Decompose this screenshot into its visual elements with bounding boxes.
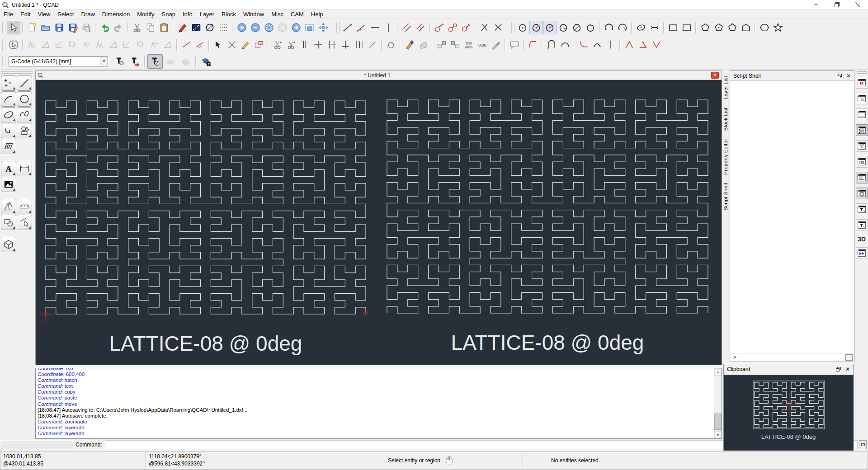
zoom-out-button[interactable] bbox=[249, 21, 262, 34]
select-contour-button[interactable] bbox=[52, 38, 66, 52]
menu-item-help[interactable]: Help bbox=[307, 10, 327, 19]
cross-lines-button[interactable] bbox=[491, 21, 505, 34]
menu-item-info[interactable]: Info bbox=[179, 10, 196, 19]
solid-3d-tools-button[interactable] bbox=[1, 237, 16, 252]
bisector-line-button[interactable] bbox=[478, 21, 491, 34]
dock-tab-property-editor[interactable]: Property Editor bbox=[723, 139, 728, 175]
rotate-entities-button[interactable] bbox=[239, 38, 252, 52]
ellipse-tools-button[interactable] bbox=[1, 107, 16, 122]
angle-tool-1-button[interactable] bbox=[623, 38, 636, 52]
close-button[interactable] bbox=[847, 0, 868, 9]
dock-cam-toolbar-1-icon[interactable]: 1 bbox=[856, 203, 868, 215]
fillet-round-button[interactable] bbox=[526, 38, 540, 52]
reverse-direction-button[interactable] bbox=[384, 38, 398, 52]
float-panel-icon[interactable] bbox=[837, 74, 842, 78]
auto-zoom-button[interactable] bbox=[262, 21, 276, 34]
minimize-button[interactable] bbox=[806, 0, 826, 9]
arc-tangent-button[interactable] bbox=[558, 38, 572, 52]
polyline-arc-segment-button[interactable] bbox=[577, 38, 590, 52]
window-zoom-button[interactable] bbox=[303, 21, 316, 34]
polyline-vertical-button[interactable] bbox=[604, 38, 618, 52]
rectangle-2-corners-button[interactable] bbox=[666, 21, 680, 34]
cam-simulate-button[interactable] bbox=[147, 54, 163, 69]
previous-view-button[interactable] bbox=[289, 21, 303, 34]
menu-item-modify[interactable]: Modify bbox=[133, 10, 158, 19]
select-tool-button[interactable] bbox=[7, 21, 20, 34]
circle-tools-button[interactable] bbox=[17, 91, 32, 107]
menu-item-window[interactable]: Window bbox=[240, 10, 268, 19]
select-block-entities-button[interactable] bbox=[161, 38, 175, 52]
print-preview-button[interactable] bbox=[80, 21, 93, 34]
menu-item-layer[interactable]: Layer bbox=[196, 10, 218, 19]
cam-configuration-button[interactable] bbox=[112, 54, 127, 69]
dock-command-history-icon[interactable] bbox=[856, 172, 868, 183]
menu-item-snap[interactable]: Snap bbox=[158, 10, 179, 19]
menu-item-edit[interactable]: Edit bbox=[17, 10, 34, 19]
draw-pencil-button[interactable] bbox=[176, 21, 189, 34]
circle-concentric-button[interactable] bbox=[584, 21, 597, 34]
image-tool-button[interactable] bbox=[1, 177, 16, 192]
select-connected-button[interactable] bbox=[120, 38, 134, 52]
arc-3-points-button[interactable] bbox=[616, 21, 629, 34]
dock-show-more-icon[interactable] bbox=[856, 247, 868, 259]
parallel-line-through-point-button[interactable] bbox=[414, 21, 427, 34]
measure-tools-button[interactable] bbox=[17, 199, 32, 214]
log-scrollbar[interactable]: ▲ ▼ bbox=[714, 368, 722, 438]
hatch-fill-button[interactable] bbox=[403, 38, 416, 52]
dock-block-list-icon[interactable] bbox=[856, 93, 868, 104]
limit-entity-button[interactable] bbox=[339, 38, 352, 52]
drawing-canvas[interactable]: LATTICE-08 @ 0degLATTICE-08 @ 0deg bbox=[36, 80, 722, 365]
menu-item-file[interactable]: File bbox=[0, 10, 17, 19]
edit-attributes-button[interactable] bbox=[462, 38, 476, 52]
dock-property-editor-icon[interactable] bbox=[856, 124, 868, 136]
menu-item-view[interactable]: View bbox=[34, 10, 54, 19]
menu-item-block[interactable]: Block bbox=[218, 10, 240, 19]
cam-nesting-text-button[interactable]: T bbox=[198, 54, 214, 69]
hexagon-button[interactable] bbox=[758, 21, 771, 34]
boolean-tools-button[interactable] bbox=[1, 215, 16, 230]
polygon-edge-button[interactable] bbox=[739, 21, 753, 34]
modify-tools-button[interactable] bbox=[17, 215, 32, 230]
star-shape-button[interactable] bbox=[771, 21, 785, 34]
point-tools-button[interactable] bbox=[1, 75, 16, 91]
scroll-up-icon[interactable]: ▲ bbox=[714, 368, 722, 376]
close-panel-icon[interactable]: ✕ bbox=[846, 74, 851, 78]
float-panel-icon[interactable] bbox=[836, 367, 841, 371]
menu-item-misc[interactable]: Misc bbox=[268, 10, 287, 19]
arc-concentric-button[interactable] bbox=[545, 38, 558, 52]
create-block-button[interactable] bbox=[448, 38, 462, 52]
circle-3-points-button[interactable] bbox=[543, 21, 557, 34]
menu-item-draw[interactable]: Draw bbox=[77, 10, 98, 19]
polygon-center-edge-button[interactable] bbox=[712, 21, 726, 34]
toolbar-handle[interactable] bbox=[336, 22, 340, 33]
line-angle-button[interactable] bbox=[354, 21, 368, 34]
ellipse-axes-button[interactable] bbox=[648, 21, 661, 34]
add-annotation-button[interactable] bbox=[508, 38, 521, 52]
explode-block-button[interactable] bbox=[435, 38, 448, 52]
auto-trim-button[interactable] bbox=[298, 38, 311, 52]
tangent-point-circle-button[interactable] bbox=[432, 21, 446, 34]
paste-button[interactable] bbox=[157, 21, 171, 34]
cam-profile-select[interactable]: G-Code (G41/G42) [mm] ▼ bbox=[9, 56, 108, 66]
spline-tools-button[interactable] bbox=[17, 107, 32, 122]
document-close-icon[interactable]: ✕ bbox=[711, 72, 719, 79]
rectangle-with-size-button[interactable] bbox=[680, 21, 693, 34]
horizontal-line-button[interactable] bbox=[368, 21, 382, 34]
deselect-rectangle-area-button[interactable] bbox=[80, 38, 93, 52]
stretch-entities-button[interactable] bbox=[352, 38, 366, 52]
redo-button[interactable] bbox=[112, 21, 125, 34]
ellipse-center-point-button[interactable] bbox=[634, 21, 648, 34]
text-tool-button[interactable]: A bbox=[1, 161, 16, 176]
circle-center-radius-button[interactable] bbox=[557, 21, 570, 34]
line-tools-button[interactable] bbox=[17, 75, 32, 91]
trim-button[interactable] bbox=[311, 38, 325, 52]
dock-tab-script-shell[interactable]: Script Shell bbox=[723, 183, 728, 211]
trim-both-button[interactable] bbox=[325, 38, 339, 52]
open-document-button[interactable] bbox=[39, 21, 52, 34]
arc-center-point-button[interactable] bbox=[602, 21, 616, 34]
vertical-line-button[interactable] bbox=[382, 21, 395, 34]
break-out-segment-button[interactable] bbox=[284, 38, 298, 52]
select-rectangle-tool-button[interactable] bbox=[7, 38, 20, 52]
deselect-all-button[interactable] bbox=[25, 38, 39, 52]
circle-2-point-diameter-button[interactable] bbox=[570, 21, 584, 34]
